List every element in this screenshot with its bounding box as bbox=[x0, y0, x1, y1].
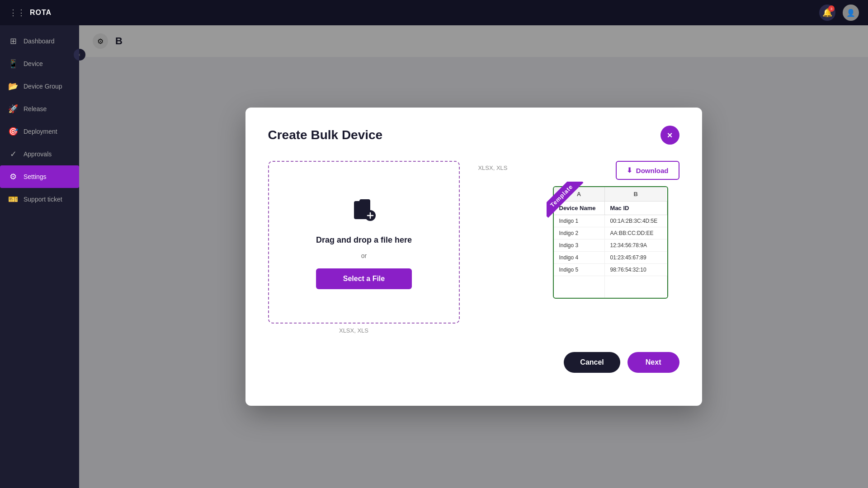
table-row: 00:1A:2B:3C:4D:5E bbox=[604, 215, 667, 227]
table-row: Indigo 3 bbox=[554, 239, 605, 252]
approvals-icon: ✓ bbox=[8, 149, 18, 159]
create-bulk-device-modal: Create Bulk Device × Drag and dro bbox=[245, 108, 702, 406]
app-name: ROTA bbox=[30, 9, 52, 17]
avatar[interactable]: 👤 bbox=[843, 5, 859, 21]
file-drop-zone[interactable]: Drag and drop a file here or Select a Fi… bbox=[268, 161, 460, 324]
sidebar-item-support-ticket[interactable]: 🎫 Support ticket bbox=[0, 188, 79, 211]
support-ticket-icon: 🎫 bbox=[8, 194, 18, 204]
sidebar-item-device-group[interactable]: 📂 Device Group bbox=[0, 75, 79, 98]
download-icon: ⬇ bbox=[627, 166, 632, 174]
sidebar-item-deployment[interactable]: 🎯 Deployment bbox=[0, 120, 79, 143]
topbar: ⋮⋮ ROTA 🔔 3 👤 bbox=[0, 0, 868, 25]
modal-title: Create Bulk Device bbox=[268, 128, 383, 142]
table-row: 01:23:45:67:89 bbox=[604, 252, 667, 264]
topbar-right: 🔔 3 👤 bbox=[819, 5, 859, 21]
topbar-left: ⋮⋮ ROTA bbox=[9, 8, 52, 18]
table-row: Indigo 4 bbox=[554, 252, 605, 264]
release-icon: 🚀 bbox=[8, 104, 18, 114]
download-label: Download bbox=[636, 167, 669, 174]
download-template-button[interactable]: ⬇ Download bbox=[616, 161, 679, 180]
template-ribbon-label: Template bbox=[547, 182, 583, 218]
col-b-header: B bbox=[604, 187, 667, 202]
modal-overlay: Create Bulk Device × Drag and dro bbox=[79, 25, 868, 488]
sidebar-item-label: Device Group bbox=[24, 83, 62, 90]
notification-badge: 3 bbox=[828, 5, 835, 12]
empty-cell bbox=[604, 276, 667, 287]
table-row: Indigo 2 bbox=[554, 227, 605, 239]
table-row: 98:76:54:32:10 bbox=[604, 264, 667, 276]
template-preview: Template A B bbox=[553, 186, 679, 299]
sidebar-item-label: Settings bbox=[24, 173, 47, 180]
sidebar-item-dashboard[interactable]: ⊞ Dashboard bbox=[0, 30, 79, 52]
modal-close-button[interactable]: × bbox=[660, 126, 679, 145]
file-formats-label: XLSX, XLS bbox=[478, 164, 507, 171]
empty-cell bbox=[604, 287, 667, 298]
dashboard-icon: ⊞ bbox=[8, 36, 18, 46]
or-text: or bbox=[361, 252, 367, 259]
avatar-icon: 👤 bbox=[846, 9, 855, 17]
main-content: ⚙ B Create Bulk Device × bbox=[79, 25, 868, 488]
sidebar-item-label: Deployment bbox=[24, 128, 57, 135]
notification-button[interactable]: 🔔 3 bbox=[819, 5, 835, 21]
sidebar-item-device[interactable]: 📱 Device bbox=[0, 52, 79, 75]
sidebar-item-label: Device bbox=[24, 60, 43, 67]
template-section: ⬇ Download Template A bbox=[526, 161, 679, 299]
modal-body: Drag and drop a file here or Select a Fi… bbox=[268, 161, 679, 324]
formats-hint: XLSX, XLS bbox=[268, 327, 440, 334]
cancel-button[interactable]: Cancel bbox=[564, 352, 620, 373]
settings-icon: ⚙ bbox=[8, 172, 18, 182]
grid-icon: ⋮⋮ bbox=[9, 8, 25, 18]
next-button[interactable]: Next bbox=[627, 352, 679, 373]
sidebar-item-approvals[interactable]: ✓ Approvals bbox=[0, 143, 79, 165]
mac-id-header: Mac ID bbox=[604, 202, 667, 215]
table-row: Indigo 5 bbox=[554, 264, 605, 276]
sidebar-item-label: Release bbox=[24, 105, 47, 113]
sidebar: ⊞ Dashboard 📱 Device 📂 Device Group 🚀 Re… bbox=[0, 25, 79, 488]
sidebar-item-release[interactable]: 🚀 Release bbox=[0, 98, 79, 120]
drag-drop-text: Drag and drop a file here bbox=[316, 235, 412, 245]
device-icon: 📱 bbox=[8, 59, 18, 69]
empty-cell bbox=[554, 276, 605, 287]
empty-cell bbox=[554, 287, 605, 298]
modal-header: Create Bulk Device × bbox=[268, 126, 679, 145]
select-file-button[interactable]: Select a File bbox=[316, 268, 412, 289]
sidebar-item-label: Dashboard bbox=[24, 38, 55, 45]
device-group-icon: 📂 bbox=[8, 81, 18, 91]
sidebar-item-settings[interactable]: ⚙ Settings bbox=[0, 165, 79, 188]
modal-footer: Cancel Next bbox=[268, 352, 679, 373]
table-row: AA:BB:CC:DD:EE bbox=[604, 227, 667, 239]
sidebar-item-label: Approvals bbox=[24, 150, 52, 158]
upload-file-icon bbox=[350, 196, 377, 228]
sidebar-item-label: Support ticket bbox=[24, 196, 62, 203]
table-row: 12:34:56:78:9A bbox=[604, 239, 667, 252]
deployment-icon: 🎯 bbox=[8, 127, 18, 136]
template-ribbon: Template bbox=[547, 182, 587, 222]
